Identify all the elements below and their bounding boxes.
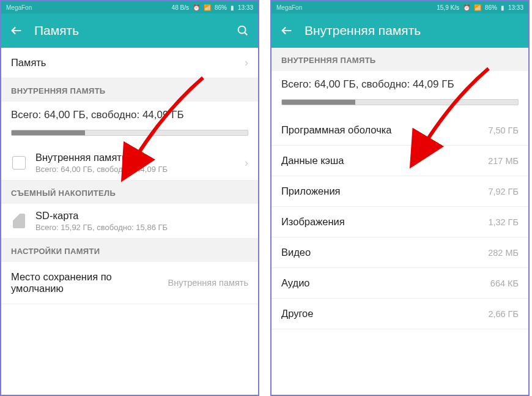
app-header: Внутренняя память [272,13,528,48]
storage-item-label: Изображения [281,216,345,228]
storage-item-row[interactable]: Другое2,66 ГБ [272,299,528,329]
progress-fill [282,100,355,105]
internal-title: Внутренняя память [35,152,245,163]
chip-icon [11,155,27,171]
speed-label: 48 B/s [172,4,189,11]
storage-item-value: 7,92 ГБ [488,187,519,196]
memory-label: Память [11,57,245,69]
battery-icon: ▮ [231,4,234,11]
carrier-label: MegaFon [276,4,302,11]
section-internal: ВНУТРЕННЯЯ ПАМЯТЬ [1,78,258,102]
storage-item-row[interactable]: Аудио664 КБ [272,268,528,299]
memory-row[interactable]: Память › [1,48,258,78]
default-location-row[interactable]: Место сохранения по умолчанию Внутренняя… [1,262,258,304]
battery-label: 86% [485,4,497,11]
storage-item-label: Аудио [281,277,310,289]
storage-item-value: 1,32 ГБ [488,217,519,227]
storage-summary: Всего: 64,00 ГБ, свободно: 44,09 ГБ [272,71,528,91]
status-bar: MegaFon 48 B/s ⏰ 📶 86% ▮ 13:33 [1,1,258,13]
storage-item-label: Данные кэша [281,155,344,166]
chevron-right-icon: › [245,56,248,69]
storage-item-value: 217 МБ [488,156,519,166]
storage-item-label: Программная оболочка [281,124,392,136]
storage-item-value: 7,50 ГБ [488,125,519,135]
progress-fill [12,130,85,135]
wifi-icon: 📶 [474,4,481,11]
internal-storage-row[interactable]: Внутренняя память Всего: 64,00 ГБ, свобо… [1,146,258,181]
svg-point-0 [238,26,246,34]
carrier-label: MegaFon [6,4,32,11]
storage-item-row[interactable]: Программная оболочка7,50 ГБ [272,115,528,146]
default-loc-label: Место сохранения по умолчанию [11,271,153,294]
app-header: Память [1,13,258,48]
storage-item-label: Другое [281,308,313,319]
internal-sub: Всего: 64,00 ГБ, свободно: 44,09 ГБ [35,165,245,174]
section-internal: ВНУТРЕННЯЯ ПАМЯТЬ [272,48,528,71]
section-settings: НАСТРОЙКИ ПАМЯТИ [1,239,258,262]
default-loc-value: Внутренняя память [168,278,248,288]
sd-card-row[interactable]: SD-карта Всего: 15,92 ГБ, свободно: 15,8… [1,204,258,239]
header-title: Память [34,23,236,38]
battery-label: 86% [215,4,227,11]
sd-title: SD-карта [35,210,248,222]
left-screenshot: MegaFon 48 B/s ⏰ 📶 86% ▮ 13:33 Память Па… [0,0,259,396]
storage-item-row[interactable]: Видео282 МБ [272,237,528,268]
section-removable: СЪЕМНЫЙ НАКОПИТЕЛЬ [1,181,258,204]
header-title: Внутренняя память [305,23,520,38]
storage-item-label: Видео [281,247,311,258]
wifi-icon: 📶 [204,4,211,11]
sd-card-icon [11,213,27,229]
back-button[interactable] [10,24,23,37]
time-label: 13:33 [238,4,253,11]
chevron-right-icon: › [245,157,248,170]
battery-icon: ▮ [501,4,504,11]
sd-sub: Всего: 15,92 ГБ, свободно: 15,86 ГБ [35,223,248,232]
storage-item-label: Приложения [281,185,341,197]
storage-progress [11,130,248,136]
storage-item-row[interactable]: Данные кэша217 МБ [272,146,528,176]
alarm-icon: ⏰ [193,4,200,11]
back-button[interactable] [280,24,294,37]
storage-item-row[interactable]: Изображения1,32 ГБ [272,207,528,237]
storage-item-value: 2,66 ГБ [488,309,519,319]
storage-progress [281,99,519,105]
storage-item-value: 282 МБ [488,248,519,258]
storage-item-row[interactable]: Приложения7,92 ГБ [272,176,528,207]
status-bar: MegaFon 15,9 K/s ⏰ 📶 86% ▮ 13:33 [272,1,528,13]
time-label: 13:33 [508,4,523,11]
alarm-icon: ⏰ [463,4,470,11]
storage-summary: Всего: 64,00 ГБ, свободно: 44,09 ГБ [1,102,258,121]
storage-item-value: 664 КБ [490,278,519,288]
right-screenshot: MegaFon 15,9 K/s ⏰ 📶 86% ▮ 13:33 Внутрен… [270,0,530,396]
speed-label: 15,9 K/s [437,4,459,11]
search-button[interactable] [236,24,249,37]
